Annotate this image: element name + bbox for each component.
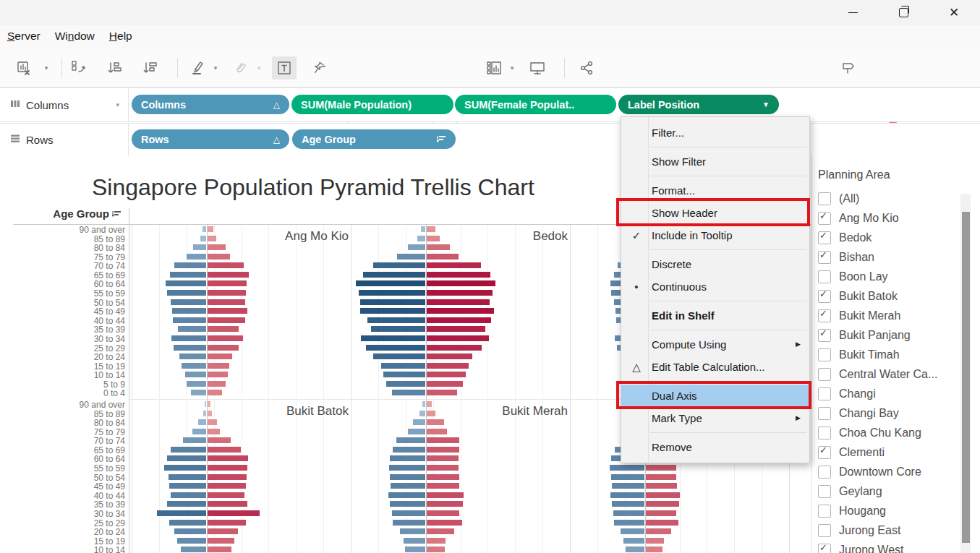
male-bar[interactable] — [171, 447, 206, 453]
filter-item-hougang[interactable]: Hougang — [818, 502, 886, 520]
male-bar[interactable] — [393, 447, 425, 453]
male-bar[interactable] — [408, 429, 425, 434]
female-bar[interactable] — [427, 308, 494, 314]
menu-item-show-header[interactable]: Show Header — [621, 202, 809, 224]
male-bar[interactable] — [182, 363, 206, 369]
female-bar[interactable] — [646, 483, 677, 489]
male-bar[interactable] — [164, 465, 206, 471]
age-group-axis-header[interactable]: Age Group — [14, 207, 122, 220]
checkbox-unchecked[interactable] — [818, 192, 831, 205]
menu-item-include-in-tooltip[interactable]: Include in Tooltip✓ — [621, 224, 809, 247]
female-bar[interactable] — [427, 429, 447, 434]
male-bar[interactable] — [373, 353, 425, 359]
female-bar[interactable] — [427, 437, 459, 443]
male-bar[interactable] — [390, 455, 425, 461]
male-bar[interactable] — [371, 326, 425, 332]
checkbox-checked[interactable] — [818, 212, 831, 225]
male-bar[interactable] — [179, 353, 206, 359]
female-bar[interactable] — [208, 381, 226, 387]
checkbox-unchecked[interactable] — [818, 270, 831, 283]
male-bar[interactable] — [383, 372, 425, 377]
female-bar[interactable] — [427, 447, 459, 453]
close-button[interactable]: ✕ — [937, 0, 971, 25]
female-bar[interactable] — [646, 538, 664, 544]
menu-item-discrete[interactable]: Discrete — [621, 253, 809, 275]
male-bar[interactable] — [187, 254, 206, 260]
male-bar[interactable] — [373, 262, 425, 268]
female-bar[interactable] — [646, 474, 676, 480]
female-bar[interactable] — [427, 546, 445, 552]
pill-rows-calc[interactable]: Rows △ — [132, 129, 289, 149]
checkbox-unchecked[interactable] — [818, 524, 831, 537]
filter-item-all[interactable]: (All) — [818, 190, 859, 207]
filter-item-bedok[interactable]: Bedok — [818, 229, 872, 247]
male-bar[interactable] — [610, 492, 644, 498]
female-bar[interactable] — [208, 335, 243, 341]
checkbox-unchecked[interactable] — [818, 407, 831, 420]
pill-label-position[interactable]: Label Position ▼ — [618, 95, 779, 114]
show-hide-cards-icon[interactable] — [483, 56, 505, 80]
male-bar[interactable] — [157, 510, 206, 516]
male-bar[interactable] — [169, 520, 206, 526]
presentation-mode-icon[interactable] — [527, 56, 548, 80]
filter-item-changi-bay[interactable]: Changi Bay — [818, 405, 899, 422]
filter-item-boon-lay[interactable]: Boon Lay — [818, 268, 888, 286]
male-bar[interactable] — [396, 437, 425, 443]
swap-rows-columns-icon[interactable] — [68, 56, 90, 80]
sort-ascending-icon[interactable] — [103, 56, 125, 80]
female-bar[interactable] — [427, 254, 459, 260]
male-bar[interactable] — [400, 528, 425, 534]
male-bar[interactable] — [359, 290, 425, 296]
female-bar[interactable] — [208, 262, 244, 268]
clear-sheet-icon[interactable] — [13, 56, 35, 80]
female-bar[interactable] — [427, 363, 469, 369]
female-bar[interactable] — [427, 419, 444, 425]
male-bar[interactable] — [174, 262, 206, 268]
menubar-item-help[interactable]: Help — [102, 25, 140, 43]
show-mark-labels-button[interactable] — [272, 56, 297, 80]
male-bar[interactable] — [178, 326, 206, 332]
menu-item-mark-type[interactable]: Mark Type▶ — [621, 407, 809, 429]
male-bar[interactable] — [367, 317, 425, 323]
male-bar[interactable] — [170, 272, 206, 278]
female-bar[interactable] — [208, 520, 246, 526]
male-bar[interactable] — [167, 290, 206, 296]
rows-shelf-header[interactable]: Rows — [0, 124, 129, 155]
male-bar[interactable] — [392, 390, 425, 395]
female-bar[interactable] — [646, 501, 679, 507]
male-bar[interactable] — [623, 538, 644, 544]
male-bar[interactable] — [366, 345, 425, 351]
menu-item-dual-axis[interactable]: Dual Axis — [621, 385, 809, 407]
female-bar[interactable] — [208, 501, 247, 507]
female-bar[interactable] — [646, 465, 676, 471]
male-bar[interactable] — [174, 528, 206, 534]
female-bar[interactable] — [208, 528, 238, 534]
filter-item-jurong-west[interactable]: Jurong West — [818, 541, 904, 553]
female-bar[interactable] — [208, 455, 248, 461]
filter-item-choa-chu-kang[interactable]: Choa Chu Kang — [818, 424, 921, 442]
female-bar[interactable] — [427, 465, 459, 471]
checkbox-checked[interactable] — [818, 231, 831, 244]
female-bar[interactable] — [427, 272, 490, 278]
female-bar[interactable] — [646, 510, 676, 516]
female-bar[interactable] — [208, 419, 217, 425]
male-bar[interactable] — [397, 254, 425, 260]
checkbox-unchecked[interactable] — [818, 505, 831, 518]
paperclip-caret[interactable]: ▾ — [253, 56, 265, 80]
female-bar[interactable] — [427, 280, 495, 286]
female-bar[interactable] — [427, 510, 459, 516]
female-bar[interactable] — [208, 492, 244, 498]
filter-item-clementi[interactable]: Clementi — [818, 444, 885, 461]
male-bar[interactable] — [404, 538, 425, 544]
male-bar[interactable] — [169, 474, 206, 480]
male-bar[interactable] — [614, 520, 644, 526]
female-bar[interactable] — [427, 528, 454, 534]
male-bar[interactable] — [390, 474, 425, 480]
female-bar[interactable] — [427, 474, 459, 480]
male-bar[interactable] — [386, 381, 425, 387]
female-bar[interactable] — [208, 299, 245, 305]
filter-item-changi[interactable]: Changi — [818, 385, 876, 403]
checkbox-unchecked[interactable] — [818, 426, 831, 440]
female-bar[interactable] — [427, 244, 450, 250]
menubar-item-window[interactable]: Window — [48, 25, 102, 43]
